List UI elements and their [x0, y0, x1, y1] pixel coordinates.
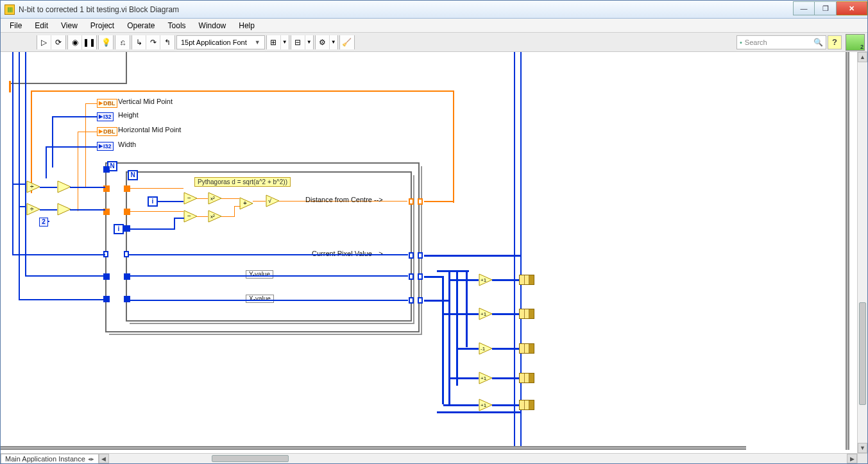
build-array-5[interactable] [519, 400, 534, 410]
status-instance: Main Application Instance [5, 455, 85, 463]
cleanup-button[interactable]: ⚙ [316, 35, 330, 49]
wire [492, 279, 519, 281]
terminal-horizontal-mid[interactable]: DBL [97, 127, 117, 136]
vertical-scrollbar[interactable]: ▲ ▼ [857, 52, 867, 453]
align-group: ⊞ ▼ [266, 35, 289, 49]
increment-node-3[interactable]: +1 [479, 372, 493, 384]
app-icon: ▦ [4, 4, 15, 15]
wire [25, 275, 105, 277]
cleanup-diagram-button[interactable]: 🧹 [340, 35, 354, 49]
retain-wire-button[interactable]: ⎌ [115, 35, 130, 49]
wire [40, 209, 57, 211]
scroll-left-arrow[interactable]: ◀ [99, 454, 109, 463]
wire [514, 52, 515, 447]
loop-i-outer[interactable]: i [114, 224, 124, 234]
search-box[interactable]: • Search 🔍 [736, 35, 826, 49]
tunnel-out [418, 198, 423, 205]
svg-text:÷: ÷ [30, 183, 34, 190]
svg-text:−: − [187, 212, 191, 219]
tunnel-out [418, 297, 423, 304]
status-chevrons: ◂▸ [88, 456, 94, 462]
subtract-node-2[interactable]: − [183, 210, 198, 223]
step-out-button[interactable]: ↰ [160, 35, 174, 49]
run-continuous-button[interactable]: ⟳ [51, 35, 65, 49]
minimize-button[interactable]: — [793, 1, 815, 15]
build-array-3[interactable] [519, 343, 534, 354]
cleanup-drop[interactable]: ▼ [330, 35, 337, 49]
increment-node-1[interactable]: +1 [479, 273, 493, 286]
wire [129, 300, 408, 301]
scroll-up-arrow[interactable]: ▲ [858, 52, 867, 62]
build-array-1[interactable] [519, 275, 534, 285]
square-node[interactable]: x² [208, 192, 222, 205]
wire [174, 218, 175, 230]
scroll-down-arrow[interactable]: ▼ [858, 443, 867, 453]
vscroll-thumb[interactable] [859, 302, 866, 405]
divide-node-2[interactable]: ÷ [26, 203, 40, 216]
terminal-height[interactable]: I32 [97, 112, 114, 121]
reorder-group: ⚙ ▼ [315, 35, 338, 49]
increment-node-2[interactable]: +1 [479, 307, 493, 320]
svg-text:+: + [243, 200, 247, 207]
wire [31, 90, 454, 92]
menu-edit[interactable]: Edit [30, 20, 53, 31]
square-node-2[interactable]: x² [208, 210, 222, 223]
pause-button[interactable]: ❚❚ [82, 35, 96, 49]
menu-tools[interactable]: Tools [163, 20, 191, 31]
wire [129, 228, 174, 230]
stop-pause: ◉ ❚❚ [67, 35, 97, 49]
distribute-drop[interactable]: ▼ [305, 35, 313, 49]
build-array-4[interactable] [519, 373, 534, 383]
app-window: ▦ N-bit to corrected 1 bit testing.vi Bl… [0, 0, 868, 464]
add-node[interactable]: + [239, 197, 253, 210]
structure-fragment [9, 52, 127, 84]
menu-view[interactable]: View [56, 20, 83, 31]
constant-2[interactable]: 2 [39, 218, 48, 227]
maximize-button[interactable]: ❐ [815, 1, 837, 15]
wire [437, 270, 469, 272]
align-button[interactable]: ⊞ [267, 35, 281, 49]
round-node-2[interactable] [57, 203, 71, 216]
distribute-button[interactable]: ⊟ [291, 35, 305, 49]
horizontal-scrollbar[interactable]: Main Application Instance ◂▸ ◀ ▶ [1, 453, 857, 463]
hscroll-track[interactable] [109, 454, 847, 463]
run-button[interactable]: ▷ [37, 35, 51, 49]
titlebar[interactable]: ▦ N-bit to corrected 1 bit testing.vi Bl… [1, 1, 867, 19]
terminal-vertical-mid[interactable]: DBL [97, 99, 117, 108]
tunnel [124, 185, 130, 192]
menu-file[interactable]: File [4, 20, 27, 31]
increment-node-4[interactable]: +1 [479, 399, 493, 411]
divide-node-1[interactable]: ÷ [26, 180, 40, 193]
build-array-2[interactable] [519, 309, 534, 319]
context-help-button[interactable]: ? [828, 35, 842, 49]
wire [129, 254, 408, 255]
close-button[interactable]: ✕ [837, 1, 867, 15]
wire [437, 411, 520, 413]
loop-i-inner[interactable]: i [148, 196, 158, 207]
align-drop[interactable]: ▼ [281, 35, 289, 49]
tunnel [103, 273, 110, 280]
subtract-node[interactable]: − [183, 192, 198, 205]
status-bar[interactable]: Main Application Instance ◂▸ [1, 454, 99, 463]
round-node-1[interactable] [57, 180, 71, 193]
font-selector[interactable]: 15pt Application Font ▼ [176, 35, 265, 49]
highlight-exec-button[interactable]: 💡 [99, 35, 113, 49]
menu-help[interactable]: Help [234, 20, 260, 31]
terminal-width[interactable]: I32 [97, 142, 114, 151]
sqrt-node[interactable]: √ [266, 194, 280, 207]
scroll-right-arrow[interactable]: ▶ [847, 454, 857, 463]
step-into-button[interactable]: ↳ [132, 35, 146, 49]
loop-n-inner[interactable]: N [128, 170, 138, 180]
tunnel-out [418, 252, 423, 259]
abort-button[interactable]: ◉ [68, 35, 82, 49]
block-diagram-canvas[interactable]: DBL Vertical Mid Point I32 Height DBL Ho… [1, 52, 857, 453]
wire [12, 184, 26, 185]
step-over-button[interactable]: ↷ [146, 35, 160, 49]
decrement-node-1[interactable]: -1 [479, 342, 493, 355]
menu-project[interactable]: Project [85, 20, 119, 31]
vi-icon[interactable] [846, 34, 865, 51]
menu-window[interactable]: Window [194, 20, 232, 31]
menu-operate[interactable]: Operate [122, 20, 160, 31]
wire [78, 132, 78, 211]
hscroll-thumb[interactable] [212, 455, 289, 462]
